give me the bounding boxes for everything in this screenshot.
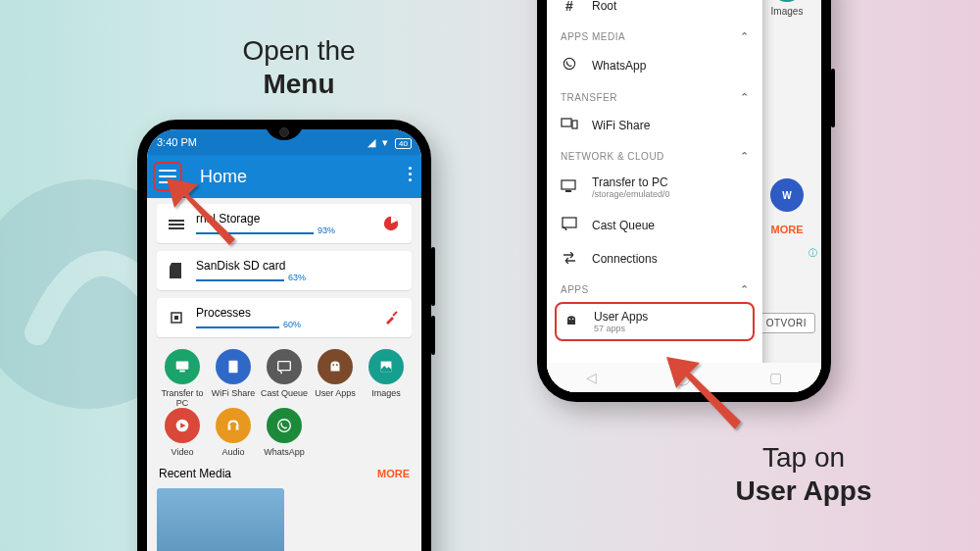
tile-label: Cast Queue (261, 388, 308, 398)
drawer-label: Root (592, 0, 616, 13)
overflow-menu-button[interactable] (409, 167, 412, 181)
drawer-item-connections[interactable]: Connections (547, 242, 762, 276)
caption-right: Tap on User Apps (706, 441, 902, 507)
drawer-label: WhatsApp (592, 59, 646, 73)
chip-icon (167, 310, 186, 326)
svg-point-18 (278, 420, 291, 432)
caption-right-line2: User Apps (735, 476, 871, 506)
drawer-item-cast-queue[interactable]: Cast Queue (547, 208, 762, 242)
background-pane: Images MORE W ⓘ (753, 0, 821, 392)
status-time: 3:40 PM (157, 136, 197, 148)
drawer-header-apps-media[interactable]: APPS MEDIA ⌃ (547, 23, 762, 47)
svg-rect-24 (562, 180, 575, 189)
drawer-label: WiFi Share (592, 119, 650, 132)
cast-icon (561, 217, 578, 233)
svg-rect-11 (278, 362, 291, 371)
tile-user-apps[interactable]: User Apps (310, 349, 361, 408)
sd-icon (167, 263, 186, 278)
card-percent: 60% (283, 320, 301, 329)
svg-rect-17 (236, 426, 239, 430)
side-button (831, 69, 835, 127)
images-label: Images (771, 6, 804, 17)
drawer-item-whatsapp[interactable]: WhatsApp (547, 47, 762, 83)
svg-point-21 (564, 58, 574, 69)
drawer-header-network[interactable]: NETWORK & CLOUD ⌃ (547, 142, 762, 167)
drawer-sublabel: 57 apps (594, 324, 648, 333)
more-link[interactable]: MORE (377, 468, 410, 479)
svg-line-7 (393, 312, 397, 316)
tile-cast-queue[interactable]: Cast Queue (259, 349, 310, 408)
tile-label: WhatsApp (264, 447, 305, 457)
battery-icon: 40 (395, 138, 412, 149)
images-icon (770, 0, 804, 2)
status-icons: ◢ ▾ 40 (364, 136, 412, 149)
tile-label: Video (172, 447, 194, 457)
swap-icon (561, 251, 578, 267)
tile-label: Images (371, 388, 401, 398)
android-icon (563, 313, 580, 331)
caption-left: Open the Menu (211, 34, 387, 100)
caption-right-line1: Tap on (762, 442, 845, 473)
broom-icon (380, 310, 402, 326)
chevron-up-icon: ⌃ (740, 91, 750, 104)
drawer-item-root[interactable]: # Root (547, 0, 762, 23)
drawer-label: User Apps (594, 310, 648, 324)
more-link[interactable]: MORE (771, 224, 804, 235)
card-label: Processes (196, 306, 251, 320)
svg-rect-22 (562, 119, 571, 126)
side-button (431, 316, 435, 355)
svg-rect-9 (179, 371, 184, 373)
devices-icon (561, 117, 578, 133)
svg-rect-10 (229, 361, 238, 374)
drawer-item-transfer-pc[interactable]: Transfer to PC /storage/emulated/0 (547, 167, 762, 208)
tile-images[interactable]: Images (361, 349, 412, 408)
chevron-up-icon: ⌃ (740, 283, 750, 296)
drawer-label: Transfer to PC (592, 175, 668, 189)
arrow-to-menu (161, 175, 249, 263)
drawer-header-transfer[interactable]: TRANSFER ⌃ (547, 83, 762, 108)
chevron-up-icon: ⌃ (740, 30, 750, 43)
ad-badge: ⓘ (808, 247, 817, 260)
media-thumbnail[interactable] (157, 488, 284, 551)
tile-label: User Apps (315, 388, 356, 398)
side-button (431, 247, 435, 306)
svg-rect-16 (228, 426, 231, 430)
tile-whatsapp[interactable]: WhatsApp (259, 408, 310, 457)
drawer-sublabel: /storage/emulated/0 (592, 189, 670, 199)
wifi-icon: ▾ (382, 136, 388, 148)
svg-point-28 (572, 318, 574, 320)
nav-recents-icon[interactable]: ▢ (769, 370, 782, 385)
tile-video[interactable]: Video (157, 408, 208, 457)
caption-left-line2: Menu (263, 69, 334, 99)
pie-icon (380, 215, 402, 232)
svg-rect-6 (174, 316, 178, 320)
whatsapp-icon (561, 56, 578, 75)
drawer-label: Connections (592, 252, 658, 266)
otvori-button[interactable]: OTVORI (758, 313, 815, 333)
svg-rect-8 (176, 362, 189, 370)
hash-icon: # (561, 0, 578, 14)
drawer-label: Cast Queue (592, 219, 655, 232)
drawer-item-user-apps[interactable]: User Apps 57 apps (555, 302, 755, 341)
tile-wifi-share[interactable]: WiFi Share (208, 349, 259, 408)
tile-label: Transfer to PC (161, 388, 203, 408)
arrow-to-user-apps (659, 351, 757, 449)
drawer-item-wifi-share[interactable]: WiFi Share (547, 108, 762, 142)
svg-rect-25 (565, 190, 571, 192)
caption-left-line1: Open the (242, 35, 355, 66)
drawer-header-apps[interactable]: APPS ⌃ (547, 276, 762, 300)
signal-icon: ◢ (368, 136, 375, 148)
tile-label: WiFi Share (212, 388, 256, 398)
phone-right: Images MORE W ⓘ OTVORI Phone Storage # R… (537, 0, 831, 402)
card-percent: 93% (318, 225, 335, 235)
storage-card-processes[interactable]: Processes 60% (157, 298, 412, 337)
recent-media-label: Recent Media (159, 467, 231, 480)
tile-audio[interactable]: Audio (208, 408, 259, 457)
word-icon: W (770, 178, 804, 212)
pc-icon (561, 179, 578, 196)
tile-transfer-pc[interactable]: Transfer to PC (157, 349, 208, 408)
tile-label: Audio (221, 447, 244, 457)
svg-point-12 (332, 364, 334, 366)
svg-point-13 (336, 364, 338, 366)
nav-back-icon[interactable]: ◁ (586, 370, 597, 385)
